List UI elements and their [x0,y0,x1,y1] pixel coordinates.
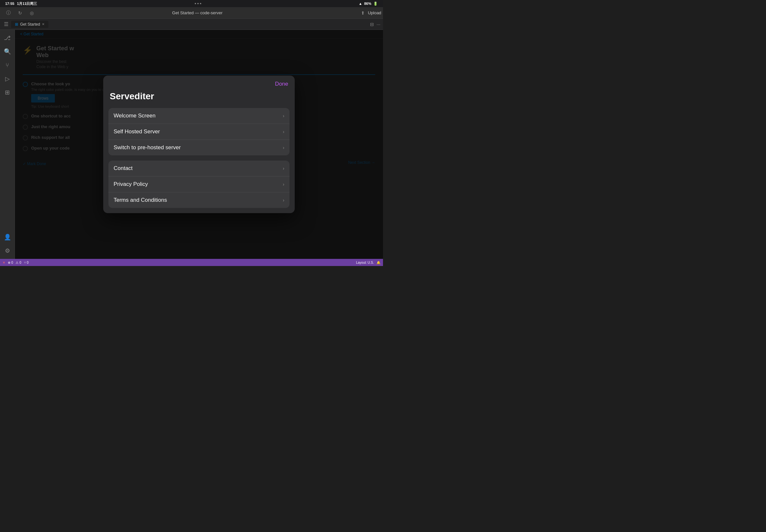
sidebar-icon-explorer[interactable]: ⎇ [2,32,13,43]
sidebar-icon-run[interactable]: ▷ [2,73,13,84]
tab-close-button[interactable]: ✕ [42,22,44,26]
content-area: < Get Started ⚡ Get Started w Web Discov… [15,30,383,259]
battery-percent: 86% [364,2,371,6]
chevron-privacy-icon: › [283,182,284,187]
sidebar-icon-account[interactable]: 👤 [2,232,13,243]
tab-bar-right: ⊟ ··· [370,22,380,27]
menu-item-privacy-policy[interactable]: Privacy Policy › [108,176,289,192]
sidebar-icon-search[interactable]: 🔍 [2,46,13,57]
bell-icon: 🔔 [376,261,380,264]
bottom-status-bar: ✕ ⊗ 0 ⚠ 0 ⑂ 0 Layout: U.S. 🔔 [0,259,383,266]
dot-1 [195,3,196,4]
menu-item-privacy-label: Privacy Policy [114,181,148,187]
modal-dialog: Done Servediter Welcome Screen › Self Ho… [103,76,295,213]
bottom-status-left: ✕ ⊗ 0 ⚠ 0 ⑂ 0 [3,261,29,264]
tab-bar: ☰ ⊞ Get Started ✕ ⊟ ··· [0,19,383,30]
status-bar: 17:55 1月11日周三 ▲ 86% 🔋 [0,0,383,7]
modal-done-button[interactable]: Done [275,81,288,87]
more-options-icon[interactable]: ··· [376,22,380,27]
menu-item-contact-label: Contact [114,165,133,172]
menu-item-welcome-screen[interactable]: Welcome Screen › [108,108,289,124]
sidebar-icon-extensions[interactable]: ⊞ [2,87,13,98]
chevron-switch-icon: › [283,145,284,150]
chevron-contact-icon: › [283,166,284,171]
date-display: 1月11日周三 [17,1,37,6]
layout-indicator: Layout: U.S. [356,261,374,264]
menu-item-contact[interactable]: Contact › [108,161,289,176]
refresh-icon[interactable]: ↻ [17,10,23,16]
modal-header: Done [103,76,295,90]
error-count: ⊗ 0 [8,261,13,264]
hamburger-icon[interactable]: ☰ [3,20,10,29]
battery-icon: 🔋 [373,2,378,6]
error-icon: ✕ [3,261,5,264]
info-icon[interactable]: ⓘ [5,10,12,16]
sidebar-icon-settings[interactable]: ⚙ [2,245,13,256]
share-icon[interactable]: ⬆ [359,10,366,16]
status-bar-center [195,3,201,4]
chevron-terms-icon: › [283,198,284,203]
bottom-status-right: Layout: U.S. 🔔 [356,261,380,264]
upload-button[interactable]: Upload [371,10,378,16]
warning-count: ⚠ 0 [16,261,21,264]
time-display: 17:55 [5,2,14,6]
get-started-tab[interactable]: ⊞ Get Started ✕ [11,21,48,28]
menu-item-switch-label: Switch to pre-hosted server [114,144,181,151]
menu-item-switch-server[interactable]: Switch to pre-hosted server › [108,140,289,155]
menu-item-terms[interactable]: Terms and Conditions › [108,192,289,208]
status-bar-right: ▲ 86% 🔋 [359,2,378,6]
tab-icon: ⊞ [15,22,18,27]
menu-item-welcome-label: Welcome Screen [114,113,155,119]
tab-bar-left: ☰ ⊞ Get Started ✕ [3,20,48,29]
chevron-welcome-icon: › [283,113,284,118]
sidebar-icon-source-control[interactable]: ⑂ [2,60,13,71]
tab-label: Get Started [20,22,40,27]
dot-2 [197,3,199,4]
menu-item-self-hosted-label: Self Hosted Server [114,128,160,135]
title-bar: ⓘ ↻ ◎ Get Started — code-server ⬆ Upload [0,7,383,19]
split-editor-icon[interactable]: ⊟ [370,22,374,27]
branch-indicator: ⑂ 0 [24,261,29,264]
modal-section-1: Welcome Screen › Self Hosted Server › Sw… [108,108,289,155]
chevron-self-hosted-icon: › [283,129,284,134]
modal-title: Servediter [103,90,295,108]
modal-section-2: Contact › Privacy Policy › Terms and Con… [108,161,289,208]
eye-icon[interactable]: ◎ [29,10,35,16]
sidebar: ⎇ 🔍 ⑂ ▷ ⊞ 👤 ⚙ [0,30,15,259]
title-bar-right: ⬆ Upload [359,10,378,16]
modal-overlay[interactable]: Done Servediter Welcome Screen › Self Ho… [15,30,383,259]
title-bar-left: ⓘ ↻ ◎ [5,10,35,16]
menu-item-self-hosted-server[interactable]: Self Hosted Server › [108,124,289,140]
title-bar-title: Get Started — code-server [172,10,222,15]
dot-3 [200,3,201,4]
wifi-icon: ▲ [359,2,362,6]
status-bar-left: 17:55 1月11日周三 [5,1,37,6]
menu-item-terms-label: Terms and Conditions [114,197,167,203]
main-layout: ⎇ 🔍 ⑂ ▷ ⊞ 👤 ⚙ < Get Started ⚡ Get Starte… [0,30,383,259]
